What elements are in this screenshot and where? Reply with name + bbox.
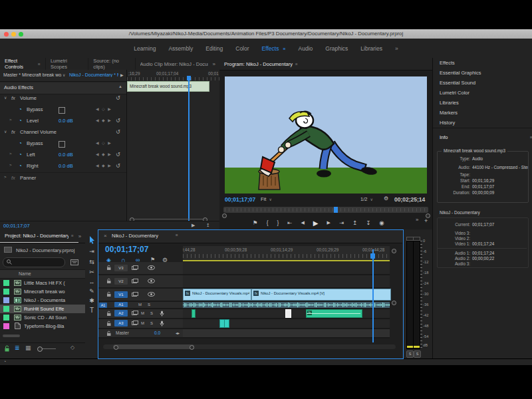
panel-menu-icon[interactable]: ≡ [71, 233, 74, 238]
icon-view-icon[interactable]: ▦ [25, 344, 31, 351]
name-column-header[interactable]: Name [0, 269, 85, 279]
panel-markers[interactable]: Markers [433, 108, 532, 118]
expand-icon[interactable]: ∨ [4, 95, 7, 100]
project-item[interactable]: Sonic CD - All Soun [0, 313, 85, 322]
close-tab-icon[interactable]: × [104, 233, 107, 239]
lock-icon[interactable] [106, 331, 112, 336]
track-output-eye-icon[interactable] [148, 265, 155, 270]
ec-scrollbar-track[interactable] [133, 219, 203, 219]
mute-button[interactable]: M [138, 303, 142, 307]
track-content-a1[interactable] [183, 302, 390, 309]
timeline-playhead-line[interactable] [372, 249, 374, 342]
stopwatch-icon[interactable]: ◔ [19, 118, 22, 124]
track-content-master[interactable] [183, 329, 390, 338]
sync-lock-icon[interactable] [132, 265, 138, 271]
panel-libraries[interactable]: Libraries [433, 98, 532, 108]
lock-icon[interactable] [106, 311, 112, 317]
keyframe-nav[interactable]: ◀ ◇ ▶ [96, 140, 112, 145]
panel-essential-graphics[interactable]: Essential Graphics [433, 68, 532, 78]
search-input[interactable] [3, 257, 65, 267]
collapse-icon[interactable]: ▲ [118, 84, 122, 88]
keyframe-nav[interactable]: ◀ ◇ ▶ [96, 106, 112, 111]
expand-icon[interactable]: ∨ [4, 129, 7, 134]
track-badge-a2[interactable]: A2 [114, 310, 128, 317]
sync-lock-icon[interactable] [132, 279, 138, 284]
add-panel-button[interactable]: + [424, 217, 428, 224]
solo-left-button[interactable]: S [406, 350, 414, 358]
program-scrubber-track[interactable] [223, 207, 428, 213]
track-badge-v3[interactable]: V3 [114, 265, 128, 271]
volume-rubber-band[interactable] [307, 313, 360, 314]
panel-essential-sound[interactable]: Essential Sound [433, 78, 532, 88]
ec-playhead-line[interactable] [188, 76, 190, 221]
clip-audio-small[interactable] [192, 309, 196, 318]
track-header-master[interactable]: Master 0.0 ◂▸ [98, 329, 183, 338]
param-value[interactable]: 0.0 dB [59, 163, 73, 169]
clip-audio[interactable]: fx [306, 309, 362, 318]
label-swatch[interactable] [3, 306, 9, 312]
hscroll-handle-right[interactable] [190, 345, 194, 350]
expand-icon[interactable]: > [9, 152, 12, 156]
vscroll-handle-top[interactable] [392, 249, 396, 253]
go-to-in-icon[interactable]: ⇤ [287, 219, 292, 226]
tabbar-overflow-icon[interactable]: » [78, 233, 81, 239]
keyframe-nav[interactable]: ◀ ◆ ▶ [96, 163, 112, 168]
workspace-tab-assembly[interactable]: Assembly [168, 45, 193, 52]
label-swatch[interactable] [3, 323, 9, 329]
solo-right-button[interactable]: S [414, 350, 421, 358]
keyframe-nav[interactable]: ◀ ◆ ▶ [96, 152, 112, 156]
track-select-forward-tool[interactable]: ⇥ [85, 248, 98, 255]
track-content-a2[interactable]: fx [183, 309, 390, 319]
panel-lumetri-color[interactable]: Lumetri Color [433, 88, 532, 98]
reset-icon[interactable]: ↺ [116, 163, 120, 169]
export-frame-icon[interactable]: ◉ [379, 219, 384, 226]
workspace-tab-editing[interactable]: Editing [205, 45, 223, 52]
program-video-frame[interactable] [225, 76, 427, 194]
project-item[interactable]: Typeform-Blog-Bla [0, 322, 85, 331]
track-output-eye-icon[interactable] [148, 279, 155, 283]
tab-audio-clip-mixer[interactable]: Audio Clip Mixer: NikoJ - Documenta [136, 58, 213, 70]
project-breadcrumb[interactable]: NikoJ - Documentary.prproj [16, 247, 82, 253]
clip-audio-selected[interactable] [285, 309, 291, 318]
playback-resolution-dropdown[interactable]: 1/2 ∨ [360, 196, 373, 202]
clip-video[interactable]: fx NikoJ - Documentary Visuals.mp4 [V] [183, 289, 251, 301]
timeline-timecode[interactable]: 00;01;17;07 [105, 245, 148, 254]
tab-effect-controls[interactable]: Effect Controls≡ [0, 58, 46, 70]
label-swatch[interactable] [3, 315, 9, 321]
label-swatch[interactable] [3, 297, 9, 303]
chevron-down-icon[interactable]: ∨ [63, 72, 65, 77]
reset-icon[interactable]: ↺ [116, 129, 120, 135]
caret-right-icon[interactable]: ▶ [120, 72, 124, 77]
ec-timecode[interactable]: 00;01;17;07 [3, 223, 30, 229]
label-swatch[interactable] [3, 280, 9, 286]
timeline-ruler[interactable]: 00;44;28 00;00;59;28 00;01;14;29 00;01;2… [183, 246, 390, 261]
source-patch-a1[interactable]: A1 [99, 303, 107, 308]
expand-icon[interactable]: > [9, 118, 12, 122]
param-value[interactable]: 0.0 dB [59, 118, 73, 124]
lock-icon[interactable] [106, 321, 112, 327]
pen-tool[interactable]: ✎ [85, 288, 98, 295]
lock-icon[interactable] [106, 291, 112, 297]
sort-icon[interactable]: ◇ [70, 344, 74, 350]
project-item[interactable]: Little Macs Hit FX ( [0, 279, 85, 287]
razor-tool[interactable]: ✂ [85, 269, 98, 275]
voiceover-mic-icon[interactable] [160, 311, 164, 317]
track-header-a2[interactable]: A2 M S [98, 309, 183, 319]
workspace-tab-effects[interactable]: Effects ≡ [262, 45, 286, 52]
sync-lock-icon[interactable] [132, 292, 138, 297]
timeline-hscroll-thumb[interactable] [113, 344, 194, 349]
label-swatch[interactable] [3, 289, 9, 295]
vscroll-handle-bottom[interactable] [392, 301, 396, 305]
stopwatch-icon[interactable]: ◔ [19, 106, 22, 112]
bypass-checkbox[interactable] [59, 141, 65, 148]
tab-lumetri-scopes[interactable]: Lumetri Scopes [46, 58, 88, 70]
track-content-v3[interactable] [183, 262, 390, 275]
panel-info[interactable]: Info ≡ [433, 132, 532, 142]
ripple-edit-tool[interactable]: ⇆ [85, 259, 98, 265]
project-writable-icon[interactable] [4, 345, 10, 352]
track-badge-a3[interactable]: A3 [114, 320, 128, 327]
zoom-slider-knob[interactable] [37, 346, 43, 352]
settings-wrench-icon[interactable]: ⚙ [384, 196, 388, 201]
mark-out-icon[interactable]: } [277, 219, 279, 226]
fit-keyframes-icon[interactable]: ◂▸ [176, 331, 180, 335]
